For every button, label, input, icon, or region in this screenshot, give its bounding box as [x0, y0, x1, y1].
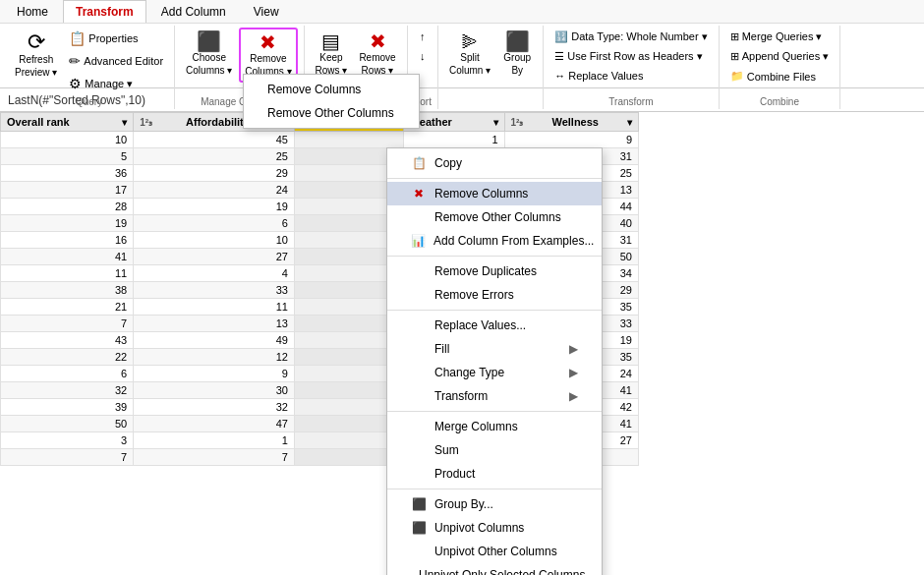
table-cell: 7: [134, 449, 295, 466]
cm-unpivot-columns[interactable]: ⬛ Unpivot Columns: [387, 516, 602, 540]
tab-view[interactable]: View: [241, 0, 292, 23]
data-type-button[interactable]: 🔢 Data Type: Whole Number ▾: [549, 28, 712, 46]
cm-remove-duplicates-label: Remove Duplicates: [434, 264, 537, 278]
col-header-overall-rank[interactable]: Overall rank ▾: [1, 113, 134, 132]
remove-other-columns-dropdown-item[interactable]: Remove Other Columns: [244, 101, 419, 125]
choose-columns-button[interactable]: ⬛ ChooseColumns ▾: [181, 28, 237, 81]
table-cell: 9: [504, 132, 638, 148]
table-cell: 7: [1, 449, 134, 466]
refresh-icon: ⟳: [28, 31, 45, 53]
manage-button[interactable]: ⚙ Manage ▾: [64, 73, 168, 94]
remove-rows-button[interactable]: ✖ RemoveRows ▾: [354, 28, 400, 81]
cm-transform-arrow: ▶: [569, 389, 578, 403]
table-cell: 10: [134, 232, 295, 249]
sort-desc-icon: ↓: [420, 50, 426, 62]
col-rank-dropdown[interactable]: ▾: [122, 117, 127, 128]
table-cell: 41: [1, 249, 134, 265]
advanced-editor-icon: ✏: [69, 53, 81, 69]
tab-home[interactable]: Home: [4, 0, 61, 23]
manage-label: Manage ▾: [85, 78, 133, 90]
remove-columns-icon: ✖: [260, 32, 276, 52]
use-first-row-button[interactable]: ☰ Use First Row as Headers ▾: [549, 47, 712, 66]
cm-sum[interactable]: Sum: [387, 438, 602, 462]
cm-sep-2: [387, 256, 602, 257]
cm-fill[interactable]: Fill ▶: [387, 337, 602, 361]
cm-add-column-examples-label: Add Column From Examples...: [433, 234, 594, 248]
table-cell: 25: [134, 148, 295, 165]
cm-replace-values[interactable]: Replace Values...: [387, 314, 602, 337]
advanced-editor-label: Advanced Editor: [84, 55, 163, 67]
weather-dropdown[interactable]: ▾: [493, 117, 498, 128]
cm-unpivot-selected[interactable]: Unpivot Only Selected Columns: [387, 563, 602, 575]
wellness-type: 1²₃: [511, 117, 524, 128]
keep-rows-button[interactable]: ▤ KeepRows ▾: [311, 28, 353, 81]
tab-transform[interactable]: Transform: [63, 0, 146, 23]
table-cell: 11: [1, 265, 134, 282]
wellness-dropdown[interactable]: ▾: [627, 117, 632, 128]
append-queries-button[interactable]: ⊞ Append Queries ▾: [725, 47, 835, 66]
table-cell: 33: [134, 282, 295, 299]
table-cell: 22: [1, 349, 134, 366]
cm-group-icon: ⬛: [411, 497, 427, 511]
refresh-preview-button[interactable]: ⟳ RefreshPreview ▾: [10, 28, 62, 83]
advanced-editor-button[interactable]: ✏ Advanced Editor: [64, 50, 168, 72]
affordability-label: Affordability: [186, 116, 250, 128]
replace-values-button[interactable]: ↔ Replace Values: [549, 67, 712, 85]
ribbon-tab-bar: Home Transform Add Column View: [0, 0, 924, 24]
transform-items: 🔢 Data Type: Whole Number ▾ ☰ Use First …: [549, 28, 712, 94]
cm-merge-columns[interactable]: Merge Columns: [387, 415, 602, 438]
cm-group-by[interactable]: ⬛ Group By...: [387, 492, 602, 516]
table-cell: 43: [1, 332, 134, 349]
sort-asc-icon: ↑: [420, 30, 426, 42]
cm-remove-errors[interactable]: Remove Errors: [387, 283, 602, 307]
tab-add-column[interactable]: Add Column: [148, 0, 239, 23]
append-queries-label: Append Queries ▾: [742, 50, 830, 63]
table-cell: 36: [1, 165, 134, 182]
merge-queries-button[interactable]: ⊞ Merge Queries ▾: [725, 28, 835, 46]
cm-fill-label: Fill: [434, 342, 449, 356]
cm-unpivot-selected-label: Unpivot Only Selected Columns: [419, 568, 585, 575]
table-cell: 21: [1, 299, 134, 316]
cm-copy[interactable]: 📋 Copy: [387, 151, 602, 175]
split-column-button[interactable]: ⫸ SplitColumn ▾: [444, 28, 495, 81]
cm-copy-label: Copy: [434, 156, 462, 170]
col-header-wellness[interactable]: 1²₃ Wellness ▾: [504, 113, 638, 132]
combine-files-icon: 📁: [730, 70, 744, 83]
cm-add-col-icon: 📊: [411, 234, 426, 248]
sort-ascending-button[interactable]: ↑: [415, 28, 431, 45]
table-cell: [294, 132, 403, 148]
table-cell: 12: [134, 349, 295, 366]
table-cell: 19: [134, 199, 295, 215]
cm-sep-5: [387, 489, 602, 489]
properties-button[interactable]: 📋 Properties: [64, 28, 168, 49]
group-by-label: GroupBy: [503, 51, 531, 77]
cm-remove-duplicates[interactable]: Remove Duplicates: [387, 259, 602, 283]
cm-transform-label: Transform: [434, 389, 488, 403]
table-cell: 30: [134, 382, 295, 399]
remove-columns-dropdown-item[interactable]: Remove Columns: [244, 78, 419, 101]
cm-remove-other-columns[interactable]: Remove Other Columns: [387, 205, 602, 229]
cm-change-type[interactable]: Change Type ▶: [387, 361, 602, 384]
cm-group-by-label: Group By...: [434, 497, 493, 511]
group-by-button[interactable]: ⬛ GroupBy: [497, 28, 537, 81]
properties-label: Properties: [88, 32, 138, 44]
refresh-preview-label: RefreshPreview ▾: [15, 53, 57, 79]
properties-icon: 📋: [69, 30, 86, 46]
cm-add-column-examples[interactable]: 📊 Add Column From Examples...: [387, 229, 602, 253]
ribbon-group-split: ⫸ SplitColumn ▾ ⬛ GroupBy: [438, 26, 544, 109]
transform-group-label: Transform: [608, 94, 653, 107]
table-cell: 11: [134, 299, 295, 316]
cm-product[interactable]: Product: [387, 462, 602, 486]
table-cell: 5: [1, 148, 134, 165]
cm-sum-label: Sum: [434, 443, 459, 457]
ribbon-content-area: ⟳ RefreshPreview ▾ 📋 Properties ✏ Advanc…: [0, 24, 924, 111]
table-cell: 17: [1, 182, 134, 199]
query-group-items: ⟳ RefreshPreview ▾ 📋 Properties ✏ Advanc…: [10, 28, 168, 94]
cm-unpivot-other-columns[interactable]: Unpivot Other Columns: [387, 540, 602, 563]
cm-merge-columns-label: Merge Columns: [434, 420, 518, 433]
cm-transform[interactable]: Transform ▶: [387, 384, 602, 408]
combine-files-button[interactable]: 📁 Combine Files: [725, 67, 835, 86]
cm-remove-columns[interactable]: ✖ Remove Columns: [387, 182, 602, 205]
table-cell: 6: [134, 215, 295, 232]
sort-descending-button[interactable]: ↓: [415, 47, 431, 65]
